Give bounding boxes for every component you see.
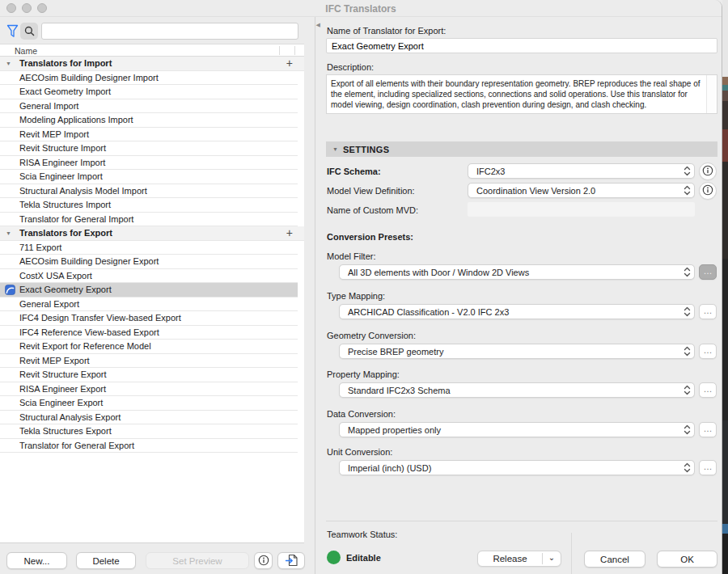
mvd-select[interactable]: Coordination View Version 2.0 (468, 183, 695, 198)
new-button[interactable]: New... (6, 552, 67, 569)
list-item[interactable]: CostX USA Export (0, 269, 298, 284)
unit-conversion-more-button[interactable]: … (699, 460, 717, 475)
archicad-translator-icon (5, 285, 15, 295)
stepper-icon (684, 185, 691, 196)
list-item[interactable]: Tekla Structures Import (0, 198, 298, 213)
list-item[interactable]: RISA Engineer Export (0, 382, 298, 397)
data-conversion-more-button[interactable]: … (699, 422, 717, 437)
description-text: Export of all elements with their bounda… (327, 75, 705, 113)
list-item[interactable]: Modeling Applications Import (0, 113, 298, 128)
window-title: IFC Translators (0, 3, 722, 15)
list-item[interactable]: Translator for General Export (0, 439, 298, 454)
description-label: Description: (327, 62, 374, 72)
list-item[interactable]: Tekla Structures Export (0, 424, 298, 439)
stepper-icon (684, 385, 691, 395)
geometry-conversion-more-button[interactable]: … (699, 344, 717, 359)
ifc-schema-select[interactable]: IFC2x3 (468, 163, 695, 179)
list-item[interactable]: Revit MEP Import (0, 128, 298, 142)
list-item[interactable]: RISA Engineer Import (0, 156, 298, 171)
import-export-button[interactable] (277, 552, 305, 569)
stepper-icon (684, 462, 691, 473)
add-translator-button[interactable]: + (286, 227, 293, 239)
disclosure-triangle-icon[interactable]: ▼ (6, 61, 11, 66)
model-filter-select[interactable]: All 3D elements with Door / Window 2D Vi… (339, 264, 695, 280)
list-item[interactable]: IFC4 Reference View-based Export (0, 326, 298, 340)
divider (326, 521, 717, 521)
list-item[interactable]: AECOsim Building Designer Import (0, 71, 298, 86)
teamwork-status-label: Teamwork Status: (327, 530, 397, 539)
delete-button[interactable]: Delete (76, 552, 136, 569)
panel-collapse-icon[interactable]: ◀ (316, 22, 320, 28)
filter-icon[interactable] (6, 24, 19, 38)
editable-status-icon (327, 551, 341, 564)
info-icon (702, 165, 713, 178)
type-mapping-more-button[interactable]: … (699, 304, 717, 319)
list-footer: New... Delete Set Preview (0, 543, 315, 574)
set-preview-button[interactable]: Set Preview (146, 552, 249, 569)
stepper-icon (684, 166, 691, 176)
model-filter-more-button[interactable]: … (699, 264, 717, 280)
list-item[interactable]: General Export (0, 298, 298, 312)
chevron-down-icon: ⌄ (543, 554, 561, 564)
search-row (0, 23, 315, 40)
list-column-header[interactable]: Name (0, 44, 304, 57)
list-item[interactable]: Structural Analysis Model Import (0, 184, 298, 199)
description-box[interactable]: Export of all elements with their bounda… (326, 74, 717, 114)
cancel-button[interactable]: Cancel (584, 551, 645, 568)
settings-section-header[interactable]: ▼ SETTINGS (326, 141, 717, 157)
divider (571, 533, 572, 574)
list-item[interactable]: AECOsim Building Designer Export (0, 255, 298, 269)
list-item[interactable]: General Import (0, 99, 298, 114)
group-header[interactable]: ▼Translators for Export+ (0, 226, 304, 241)
geometry-conversion-label: Geometry Conversion: (327, 331, 416, 340)
search-icon[interactable] (20, 23, 38, 40)
desktop-background (722, 0, 728, 574)
info-icon (702, 184, 713, 197)
titlebar[interactable]: IFC Translators (0, 0, 722, 17)
description-scrollbar[interactable] (706, 75, 717, 113)
translator-list-panel: ◀ Name ▼Translators for Import+AECOsim B… (0, 17, 315, 574)
mvd-label: Model View Definition: (327, 186, 415, 196)
list-item[interactable]: Scia Engineer Import (0, 170, 298, 184)
type-mapping-select[interactable]: ARCHICAD Classification - V2.0 IFC 2x3 (339, 304, 695, 319)
group-header[interactable]: ▼Translators for Import+ (0, 57, 304, 71)
data-conversion-label: Data Conversion: (327, 409, 396, 419)
ok-button[interactable]: OK (657, 551, 717, 568)
translator-settings-panel: Name of Translator for Export: Descripti… (316, 17, 722, 574)
list-item[interactable]: Exact Geometry Import (0, 85, 298, 99)
disclosure-triangle-icon[interactable]: ▼ (6, 230, 11, 236)
custom-mvd-field (468, 202, 695, 217)
property-mapping-select[interactable]: Standard IFC2x3 Schema (339, 382, 695, 398)
conversion-presets-label: Conversion Presets: (327, 232, 413, 242)
property-mapping-more-button[interactable]: … (699, 382, 717, 398)
ifc-schema-info-button[interactable] (699, 162, 717, 180)
geometry-conversion-select[interactable]: Precise BREP geometry (339, 344, 695, 359)
ifc-schema-label: IFC Schema: (327, 167, 381, 176)
list-item[interactable]: IFC4 Design Transfer View-based Export (0, 311, 298, 326)
stepper-icon (684, 306, 691, 317)
list-item[interactable]: Scia Engineer Export (0, 396, 298, 411)
list-item[interactable]: Revit Structure Import (0, 141, 298, 156)
search-input[interactable] (41, 23, 298, 40)
mvd-info-button[interactable] (699, 182, 717, 200)
export-document-icon (285, 554, 298, 568)
stepper-icon (684, 346, 691, 357)
custom-mvd-label: Name of Custom MVD: (327, 205, 418, 215)
list-item[interactable]: Revit MEP Export (0, 354, 298, 369)
release-button[interactable]: Release ⌄ (477, 551, 561, 567)
teamwork-status-value: Editable (346, 553, 381, 563)
list-item[interactable]: Translator for General Import (0, 213, 298, 227)
data-conversion-select[interactable]: Mapped properties only (339, 422, 695, 437)
add-translator-button[interactable]: + (286, 57, 293, 70)
translator-name-input[interactable] (326, 38, 717, 53)
unit-conversion-label: Unit Conversion: (327, 447, 392, 457)
list-item[interactable]: Exact Geometry Export (0, 283, 298, 298)
list-item[interactable]: Revit Export for Reference Model (0, 340, 298, 354)
list-item[interactable]: Structural Analysis Export (0, 411, 298, 425)
stepper-icon (684, 267, 691, 277)
list-item[interactable]: Revit Structure Export (0, 368, 298, 382)
info-button[interactable] (254, 552, 273, 569)
property-mapping-label: Property Mapping: (327, 369, 400, 379)
unit-conversion-select[interactable]: Imperial (inch) (USD) (339, 460, 695, 475)
list-item[interactable]: 711 Export (0, 241, 298, 255)
